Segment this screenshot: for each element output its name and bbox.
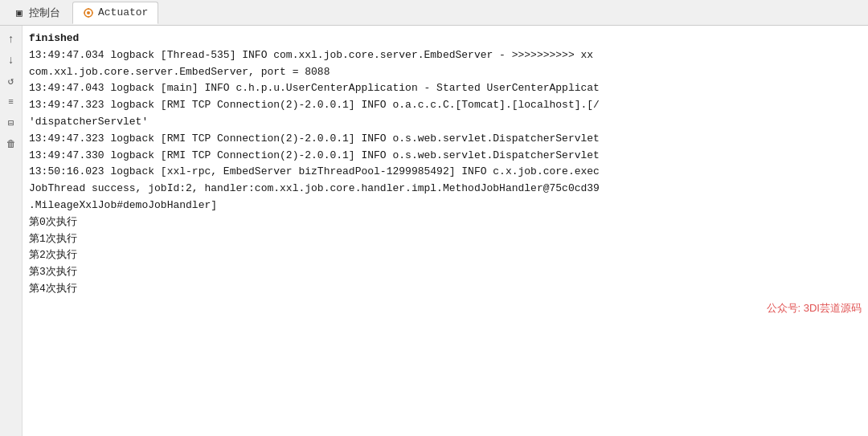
console-line: 第4次执行 [29,281,862,298]
actuator-icon [83,7,94,18]
console-line: 13:49:47.323 logback [RMI TCP Connection… [29,97,862,114]
console-line: finished [29,31,862,47]
tab-actuator[interactable]: Actuator [72,2,158,24]
print-button[interactable]: ⊟ [2,114,20,132]
console-line: 13:49:47.034 logback [Thread-535] INFO c… [29,47,862,64]
console-line: .MileageXxlJob#demoJobHandler] [29,198,862,214]
console-line: 第0次执行 [29,214,862,231]
console-line: 'dispatcherServlet' [29,114,862,131]
console-line: 13:49:47.043 logback [main] INFO c.h.p.u… [29,80,862,97]
console-line: JobThread success, jobId:2, handler:com.… [29,181,862,198]
console-line: 第2次执行 [29,247,862,264]
left-toolbar: ↑ ↓ ↺ ≡ ⊟ 🗑 [0,26,23,436]
tab-console[interactable]: ▣ 控制台 [3,2,71,24]
console-line: com.xxl.job.core.server.EmbedServer, por… [29,64,862,81]
console-line: 第1次执行 [29,231,862,248]
console-line: 13:49:47.323 logback [RMI TCP Connection… [29,131,862,148]
console-line: 第3次执行 [29,264,862,281]
console-icon: ▣ [14,7,25,18]
console-line: 13:49:47.330 logback [RMI TCP Connection… [29,148,862,165]
watermark: 公众号: 3DI芸道源码 [29,301,862,316]
delete-button[interactable]: 🗑 [2,135,20,153]
console-output: finished13:49:47.034 logback [Thread-535… [23,26,868,436]
main-area: ↑ ↓ ↺ ≡ ⊟ 🗑 finished13:49:47.034 logback… [0,26,868,436]
list-button[interactable]: ≡ [2,93,20,111]
svg-point-1 [87,11,90,14]
tab-bar: ▣ 控制台 Actuator [0,0,868,26]
scroll-up-button[interactable]: ↑ [2,31,20,48]
refresh-button[interactable]: ↺ [2,72,20,90]
console-line: 13:50:16.023 logback [xxl-rpc, EmbedServ… [29,164,862,181]
scroll-down-button[interactable]: ↓ [2,51,20,69]
